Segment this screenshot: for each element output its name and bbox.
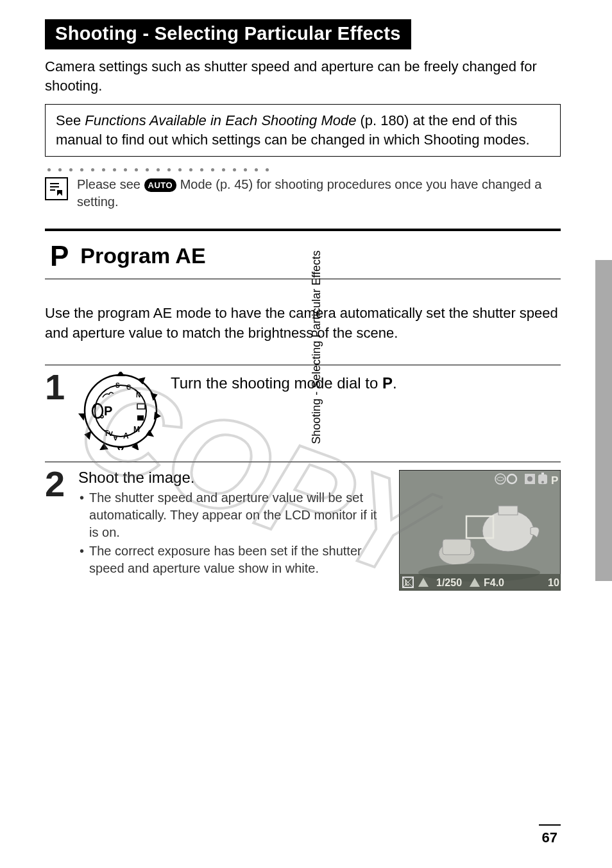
chapter-description: Use the program AE mode to have the came… bbox=[45, 304, 561, 343]
step-2-bullets: The shutter speed and aperture value wil… bbox=[78, 489, 389, 577]
page-number: 67 bbox=[542, 829, 557, 846]
section-heading: Shooting - Selecting Particular Effects bbox=[45, 19, 411, 49]
auto-badge: AUTO bbox=[144, 178, 177, 193]
step-1-section: 1 bbox=[45, 365, 561, 462]
chapter-symbol: P bbox=[50, 240, 69, 272]
info-prefix: See bbox=[56, 112, 85, 128]
step-1-number: 1 bbox=[45, 372, 78, 403]
chapter-heading: P Program AE bbox=[45, 229, 561, 279]
svg-point-28 bbox=[527, 476, 532, 482]
svg-text:C: C bbox=[126, 384, 131, 391]
info-italic-title: Functions Available in Each Shooting Mod… bbox=[85, 112, 356, 128]
note-text: Please see AUTO Mode (p. 45) for shootin… bbox=[77, 176, 561, 211]
svg-text:v: v bbox=[114, 434, 118, 442]
svg-rect-9 bbox=[137, 415, 144, 421]
side-running-head: Shooting - Selecting Particular Effects bbox=[310, 250, 323, 546]
lcd-aperture: F4.0 bbox=[484, 577, 504, 588]
chapter-title-text: Program AE bbox=[80, 243, 205, 268]
note-before: Please see bbox=[77, 177, 144, 191]
lcd-shots: 10 bbox=[548, 577, 559, 588]
page-container: Shooting - Selecting Particular Effects … bbox=[0, 0, 612, 868]
svg-text:Tv: Tv bbox=[104, 429, 113, 438]
note-icon bbox=[45, 177, 68, 200]
lcd-preview-figure: P L 1/250 F4.0 10 bbox=[399, 470, 561, 591]
svg-text:M: M bbox=[133, 425, 140, 434]
svg-text:A: A bbox=[123, 431, 129, 440]
step-2-number: 2 bbox=[45, 469, 78, 499]
step1-bold: P bbox=[382, 374, 393, 392]
lcd-shutter: 1/250 bbox=[436, 577, 462, 588]
step-1-instruction: Turn the shooting mode dial to P. bbox=[171, 372, 397, 392]
reference-box: See Functions Available in Each Shooting… bbox=[45, 104, 561, 156]
svg-rect-20 bbox=[498, 506, 518, 515]
lcd-mode-p: P bbox=[551, 474, 558, 487]
step-2-section: 2 Shoot the image. The shutter speed and… bbox=[45, 462, 561, 591]
svg-rect-22 bbox=[443, 539, 471, 555]
svg-point-31 bbox=[541, 481, 544, 483]
step1-before: Turn the shooting mode dial to bbox=[171, 374, 382, 392]
svg-rect-30 bbox=[541, 473, 544, 474]
step-2-heading: Shoot the image. bbox=[78, 469, 389, 487]
step-2-bullet-2: The correct exposure has been set if the… bbox=[80, 542, 389, 577]
intro-paragraph: Camera settings such as shutter speed an… bbox=[45, 57, 561, 95]
step-2-bullet-1: The shutter speed and aperture value wil… bbox=[80, 489, 389, 541]
step1-after: . bbox=[393, 374, 397, 392]
lcd-size: L bbox=[405, 578, 409, 587]
svg-text:N: N bbox=[136, 392, 140, 399]
mode-dial-figure: S C N M A v Tv P bbox=[78, 372, 163, 450]
note-row: Please see AUTO Mode (p. 45) for shootin… bbox=[45, 176, 561, 211]
divider-dots bbox=[45, 168, 561, 172]
chapter-tab bbox=[595, 260, 612, 581]
page-number-rule bbox=[539, 824, 561, 826]
svg-text:S: S bbox=[115, 382, 120, 389]
svg-text:P: P bbox=[104, 404, 112, 418]
